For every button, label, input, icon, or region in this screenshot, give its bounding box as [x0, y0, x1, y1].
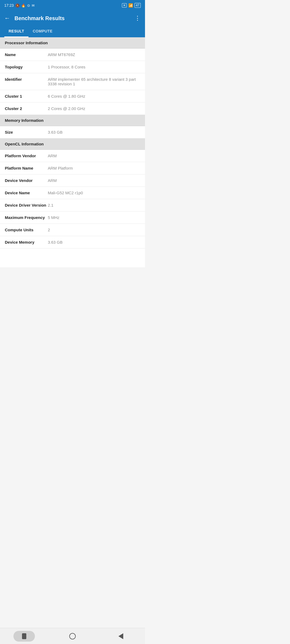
overflow-menu-button[interactable]: ⋮: [135, 15, 141, 22]
label-identifier: Identifier: [5, 77, 48, 82]
x-icon: ✕: [122, 3, 127, 8]
value-device-memory: 3.63 GB: [48, 240, 140, 244]
table-row: Maximum Frequency 5 MHz: [0, 211, 145, 224]
content-area: Processor Information Name ARM MT6769Z T…: [0, 37, 145, 267]
value-cluster1: 6 Cores @ 1.80 GHz: [48, 94, 140, 98]
table-row: Platform Name ARM Platform: [0, 162, 145, 174]
back-button[interactable]: ←: [4, 15, 10, 22]
gmail-icon: ✉: [32, 3, 35, 8]
table-row: Platform Vendor ARM: [0, 150, 145, 162]
table-row: Device Memory 3.63 GB: [0, 236, 145, 248]
status-right: ✕ 📶 47: [122, 3, 141, 8]
label-platform-name: Platform Name: [5, 166, 48, 170]
value-device-driver-version: 2.1: [48, 203, 140, 207]
table-row: Device Driver Version 2.1: [0, 199, 145, 211]
tab-bar: RESULT COMPUTE: [0, 26, 145, 37]
opencl-section-header: OpenCL Information: [0, 138, 145, 150]
table-row: Cluster 2 2 Cores @ 2.00 GHz: [0, 103, 145, 115]
label-device-name: Device Name: [5, 191, 48, 195]
value-topology: 1 Processor, 8 Cores: [48, 65, 140, 69]
table-row: Cluster 1 6 Cores @ 1.80 GHz: [0, 90, 145, 103]
label-name: Name: [5, 52, 48, 57]
label-cluster2: Cluster 2: [5, 106, 48, 111]
label-size: Size: [5, 130, 48, 134]
status-bar: 17:23 🔕 🔥 ⊙ ✉ ✕ 📶 47: [0, 0, 145, 11]
flame-icon: 🔥: [21, 3, 26, 8]
value-platform-vendor: ARM: [48, 153, 140, 158]
mute-icon: 🔕: [15, 3, 20, 8]
time: 17:23: [4, 3, 14, 8]
label-device-memory: Device Memory: [5, 240, 48, 244]
label-topology: Topology: [5, 65, 48, 69]
label-maximum-frequency: Maximum Frequency: [5, 215, 48, 220]
value-name: ARM MT6769Z: [48, 52, 140, 57]
table-row: Device Vendor ARM: [0, 174, 145, 187]
table-row: Identifier ARM implementer 65 architectu…: [0, 73, 145, 90]
memory-section-header: Memory Information: [0, 115, 145, 126]
label-compute-units: Compute Units: [5, 228, 48, 232]
battery-icon: 47: [135, 3, 141, 8]
status-left: 17:23 🔕 🔥 ⊙ ✉: [4, 3, 35, 8]
table-row: Size 3.63 GB: [0, 126, 145, 138]
value-device-vendor: ARM: [48, 178, 140, 183]
label-device-driver-version: Device Driver Version: [5, 203, 48, 207]
value-compute-units: 2: [48, 228, 140, 232]
app-header: ← Benchmark Results ⋮: [0, 11, 145, 26]
value-size: 3.63 GB: [48, 130, 140, 134]
page-title: Benchmark Results: [15, 15, 130, 21]
value-cluster2: 2 Cores @ 2.00 GHz: [48, 106, 140, 111]
tab-compute[interactable]: COMPUTE: [28, 26, 57, 37]
table-row: Device Name Mali-G52 MC2 r1p0: [0, 187, 145, 199]
label-platform-vendor: Platform Vendor: [5, 153, 48, 158]
label-device-vendor: Device Vendor: [5, 178, 48, 183]
table-row: Compute Units 2: [0, 224, 145, 236]
tab-result[interactable]: RESULT: [4, 26, 28, 37]
table-row: Topology 1 Processor, 8 Cores: [0, 61, 145, 73]
processor-section-header: Processor Information: [0, 37, 145, 49]
label-cluster1: Cluster 1: [5, 94, 48, 98]
focus-icon: ⊙: [27, 3, 30, 8]
value-device-name: Mali-G52 MC2 r1p0: [48, 191, 140, 195]
table-row: Name ARM MT6769Z: [0, 49, 145, 61]
value-identifier: ARM implementer 65 architecture 8 varian…: [48, 77, 140, 86]
value-platform-name: ARM Platform: [48, 166, 140, 170]
value-maximum-frequency: 5 MHz: [48, 215, 140, 220]
wifi-icon: 📶: [128, 3, 133, 8]
